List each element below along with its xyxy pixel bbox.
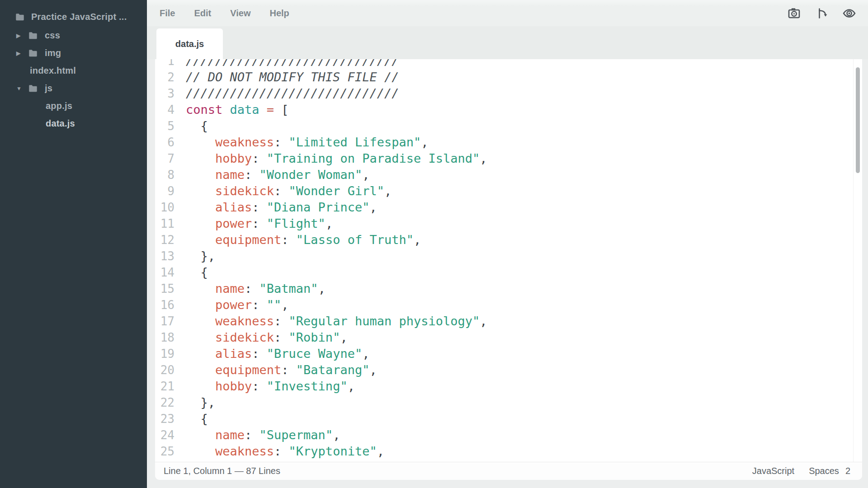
code-token: : [274, 184, 289, 198]
tab-bar: data.js [147, 26, 868, 59]
folder-icon [15, 12, 25, 22]
code-line-text[interactable]: sidekick: "Wonder Girl", [175, 183, 392, 199]
language-mode[interactable]: JavaScript [752, 466, 794, 476]
code-line: 5 { [155, 118, 853, 134]
code-line: 8 name: "Wonder Woman", [155, 167, 853, 183]
code-line-text[interactable]: }, [175, 248, 215, 264]
code-line-text[interactable]: equipment: "Lasso of Truth", [175, 232, 421, 248]
sidebar-item-js[interactable]: ▼js [0, 80, 147, 97]
code-editor[interactable]: 1/////////////////////////////2// DO NOT… [155, 59, 853, 462]
folder-icon [28, 84, 38, 94]
line-number: 22 [155, 394, 175, 411]
code-line-text[interactable]: equipment: "Batarang", [175, 362, 377, 378]
code-token [186, 233, 215, 247]
code-line-text[interactable]: hobby: "Investing", [175, 378, 355, 394]
code-token [186, 200, 215, 214]
code-line-text[interactable]: hobby: "Training on Paradise Island", [175, 150, 487, 167]
code-line: 7 hobby: "Training on Paradise Island", [155, 150, 853, 167]
code-token: : [274, 330, 289, 344]
menu-help[interactable]: Help [269, 8, 289, 19]
code-line-text[interactable]: const data = [ [175, 102, 289, 118]
indent-label: Spaces [809, 466, 839, 476]
project-root[interactable]: Practice JavaScript ... [0, 8, 147, 26]
tab-data-js[interactable]: data.js [156, 28, 223, 59]
code-line: 16 power: "", [155, 297, 853, 313]
sidebar-item-data-js[interactable]: data.js [0, 115, 147, 132]
code-line-text[interactable]: sidekick: "Robin", [175, 329, 348, 346]
line-number: 16 [155, 297, 175, 313]
code-line-text[interactable]: weakness: "Kryptonite", [175, 443, 384, 460]
code-token: : [252, 298, 267, 312]
sidebar-item-index-html[interactable]: index.html [0, 62, 147, 80]
code-token: , [377, 444, 384, 458]
line-number: 25 [155, 443, 175, 460]
code-token [186, 347, 215, 361]
line-number: 11 [155, 216, 175, 232]
code-line-text[interactable]: weakness: "Limited Lifespan", [175, 134, 428, 150]
chevron-down-icon[interactable]: ▼ [16, 85, 28, 92]
code-line: 1///////////////////////////// [155, 59, 853, 69]
code-line-text[interactable]: }, [175, 394, 215, 411]
code-token: : [245, 428, 259, 442]
code-line-text[interactable]: name: "Wonder Woman", [175, 167, 369, 183]
sidebar-item-img[interactable]: ▶img [0, 44, 147, 62]
code-line: 23 { [155, 411, 853, 427]
code-line-text[interactable]: ///////////////////////////// [175, 59, 399, 69]
menu-edit[interactable]: Edit [194, 8, 211, 19]
menu-view[interactable]: View [230, 8, 250, 19]
code-line-text[interactable]: name: "Batman", [175, 281, 326, 297]
code-line-text[interactable]: { [175, 264, 208, 281]
code-token: { [186, 119, 208, 133]
folder-icon [28, 48, 38, 58]
eye-icon[interactable] [842, 6, 856, 20]
code-line-text[interactable]: weakness: "Regular human physiology", [175, 313, 487, 329]
code-token: "Wonder Woman" [259, 168, 363, 182]
sidebar-item-app-js[interactable]: app.js [0, 97, 147, 115]
code-token: , [348, 379, 355, 393]
camera-icon[interactable] [787, 6, 801, 20]
code-token: name [215, 282, 245, 296]
code-token: , [326, 216, 333, 230]
code-line: 17 weakness: "Regular human physiology", [155, 313, 853, 329]
menu-bar: File Edit View Help [147, 0, 868, 26]
code-line-text[interactable]: { [175, 411, 208, 427]
code-token [186, 298, 215, 312]
code-line-text[interactable]: alias: "Diana Prince", [175, 199, 377, 216]
code-line: 24 name: "Superman", [155, 427, 853, 443]
code-token: alias [215, 347, 252, 361]
code-token: data [230, 103, 259, 117]
tab-label: data.js [175, 39, 204, 49]
line-number: 3 [155, 85, 175, 102]
line-number: 4 [155, 102, 175, 118]
code-line-text[interactable]: ///////////////////////////// [175, 85, 399, 102]
code-line-text[interactable]: { [175, 118, 208, 134]
code-token: , [362, 347, 369, 361]
code-token: weakness [215, 135, 274, 149]
sidebar-item-css[interactable]: ▶css [0, 27, 147, 44]
code-token: "Diana Prince" [267, 200, 370, 214]
code-line-text[interactable]: name: "Superman", [175, 427, 340, 443]
code-line-text[interactable]: power: "Flight", [175, 216, 333, 232]
line-number: 23 [155, 411, 175, 427]
code-token: : [245, 168, 259, 182]
menu-file[interactable]: File [160, 8, 175, 19]
line-number: 15 [155, 281, 175, 297]
code-line: 25 weakness: "Kryptonite", [155, 443, 853, 460]
code-token: : [252, 151, 267, 165]
scrollbar-track[interactable] [853, 59, 862, 462]
line-number: 14 [155, 264, 175, 281]
code-token: name [215, 428, 245, 442]
sidebar-item-label: app.js [46, 101, 72, 111]
fork-arrow-icon[interactable] [815, 6, 829, 20]
code-token: weakness [215, 314, 274, 328]
scrollbar-thumb[interactable] [856, 67, 860, 173]
line-number: 10 [155, 199, 175, 216]
code-line-text[interactable]: power: "", [175, 297, 289, 313]
chevron-right-icon[interactable]: ▶ [16, 50, 28, 56]
code-line-text[interactable]: alias: "Bruce Wayne", [175, 346, 369, 362]
chevron-right-icon[interactable]: ▶ [16, 33, 28, 39]
code-token: , [414, 233, 421, 247]
indent-setting[interactable]: Spaces 2 [809, 466, 850, 476]
code-line-text[interactable]: // DO NOT MODIFY THIS FILE // [175, 69, 399, 85]
code-token: sidekick [215, 330, 274, 344]
